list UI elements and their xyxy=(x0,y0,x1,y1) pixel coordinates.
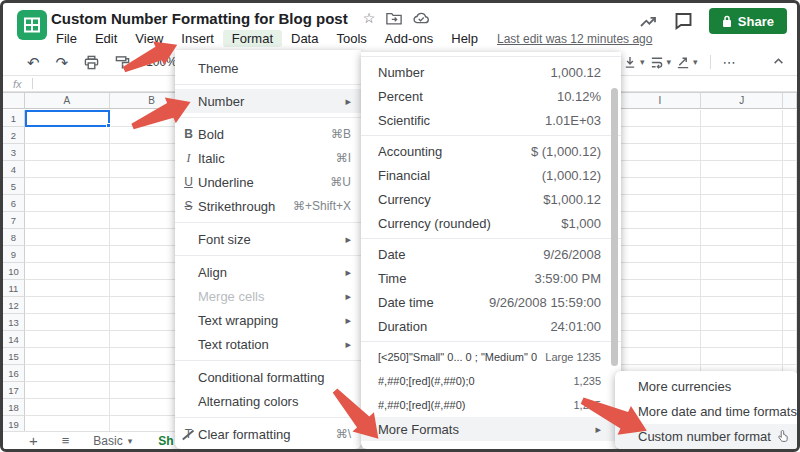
format-menu-item-merge-cells[interactable]: Merge cells▸ xyxy=(175,284,361,308)
format-menu-item-theme[interactable]: Theme xyxy=(175,56,361,80)
row-header-9[interactable]: 9 xyxy=(3,246,25,263)
number-menu-item-time[interactable]: Time3:59:00 PM xyxy=(361,266,621,290)
row-header-8[interactable]: 8 xyxy=(3,229,25,246)
cell[interactable] xyxy=(701,212,783,229)
collapse-toolbar-icon[interactable] xyxy=(772,55,785,67)
fill-handle[interactable] xyxy=(106,123,111,128)
menubar-item-file[interactable]: File xyxy=(47,30,86,47)
cell[interactable] xyxy=(619,161,701,178)
cell[interactable] xyxy=(701,331,783,348)
number-menu-item-currency[interactable]: Currency$1,000.12 xyxy=(361,187,621,211)
cell[interactable] xyxy=(783,348,797,365)
cell[interactable] xyxy=(25,314,110,331)
format-menu-item-strikethrough[interactable]: SStrikethrough⌘+Shift+X xyxy=(175,194,361,218)
cell[interactable] xyxy=(701,161,783,178)
cell[interactable] xyxy=(783,297,797,314)
row-header-7[interactable]: 7 xyxy=(3,212,25,229)
redo-icon[interactable]: ↷ xyxy=(56,55,69,70)
number-menu-item-scientific[interactable]: Scientific1.01E+03 xyxy=(361,108,621,132)
cell[interactable] xyxy=(25,195,110,212)
number-menu-item-more-formats[interactable]: More Formats▸ xyxy=(361,417,621,441)
move-folder-icon[interactable] xyxy=(386,12,402,25)
number-menu-item-accounting[interactable]: Accounting$ (1,000.12) xyxy=(361,139,621,163)
cell[interactable] xyxy=(25,348,110,365)
format-menu-item-number[interactable]: Number▸ xyxy=(175,89,361,113)
format-menu-item-align[interactable]: Align▸ xyxy=(175,260,361,284)
document-title[interactable]: Custom Number Formatting for Blog post xyxy=(51,10,348,27)
text-wrap-icon[interactable]: ▾ xyxy=(650,55,672,70)
cell[interactable] xyxy=(25,212,110,229)
cell[interactable] xyxy=(701,195,783,212)
cell[interactable] xyxy=(25,229,110,246)
cell[interactable] xyxy=(25,382,110,399)
row-header-10[interactable]: 10 xyxy=(3,263,25,280)
cell[interactable] xyxy=(25,280,110,297)
cell[interactable] xyxy=(783,229,797,246)
cell[interactable] xyxy=(619,297,701,314)
number-menu-item-percent[interactable]: Percent10.12% xyxy=(361,84,621,108)
format-menu-item-italic[interactable]: IItalic⌘I xyxy=(175,146,361,170)
menubar-item-edit[interactable]: Edit xyxy=(86,30,126,47)
cell[interactable] xyxy=(783,246,797,263)
cell[interactable] xyxy=(25,178,110,195)
cell[interactable] xyxy=(619,246,701,263)
number-menu-item-date-time[interactable]: Date time9/26/2008 15:59:00 xyxy=(361,290,621,314)
select-all-corner[interactable] xyxy=(3,93,25,108)
vertical-align-icon[interactable]: ▾ xyxy=(623,55,645,70)
row-header-5[interactable]: 5 xyxy=(3,178,25,195)
cell[interactable] xyxy=(619,144,701,161)
column-header-i[interactable]: I xyxy=(619,93,701,108)
sheet-tab-basic[interactable]: Basic▾ xyxy=(93,434,132,448)
more-formats-item-more-currencies[interactable]: More currencies xyxy=(615,374,798,399)
cell[interactable] xyxy=(619,263,701,280)
comment-icon[interactable] xyxy=(674,12,693,30)
cell[interactable] xyxy=(701,246,783,263)
cell[interactable] xyxy=(619,331,701,348)
row-header-19[interactable]: 19 xyxy=(3,416,25,431)
more-toolbar-icon[interactable]: ⋯ xyxy=(723,56,736,69)
cell[interactable] xyxy=(783,314,797,331)
cell[interactable] xyxy=(25,161,110,178)
cell[interactable] xyxy=(25,365,110,382)
row-header-17[interactable]: 17 xyxy=(3,382,25,399)
cell[interactable] xyxy=(25,246,110,263)
cell[interactable] xyxy=(783,110,797,127)
format-menu-item-text-wrapping[interactable]: Text wrapping▸ xyxy=(175,308,361,332)
cell[interactable] xyxy=(701,127,783,144)
row-header-2[interactable]: 2 xyxy=(3,127,25,144)
cell[interactable] xyxy=(783,127,797,144)
print-icon[interactable] xyxy=(84,55,99,70)
insights-icon[interactable] xyxy=(638,12,658,30)
row-header-6[interactable]: 6 xyxy=(3,195,25,212)
number-menu-item-250-small-0-0-medium-0[interactable]: [<250]"Small" 0... 0 ; "Medium" 0Large 1… xyxy=(361,345,621,369)
cell[interactable] xyxy=(25,297,110,314)
column-header-partial[interactable] xyxy=(783,93,797,108)
column-header-j[interactable]: J xyxy=(701,93,783,108)
cell[interactable] xyxy=(25,416,110,431)
number-menu-item-currency-rounded[interactable]: Currency (rounded)$1,000 xyxy=(361,211,621,235)
cell[interactable] xyxy=(25,263,110,280)
number-menu-item-0-red-0-0[interactable]: #,##0;[red](#,##0);01,235 xyxy=(361,369,621,393)
cell[interactable] xyxy=(701,110,783,127)
cell[interactable] xyxy=(701,280,783,297)
format-menu-item-bold[interactable]: BBold⌘B xyxy=(175,122,361,146)
cell[interactable] xyxy=(783,144,797,161)
cell[interactable] xyxy=(783,280,797,297)
cell[interactable] xyxy=(619,127,701,144)
cell[interactable] xyxy=(619,229,701,246)
number-menu-item-date[interactable]: Date9/26/2008 xyxy=(361,242,621,266)
row-header-11[interactable]: 11 xyxy=(3,280,25,297)
cell[interactable] xyxy=(701,178,783,195)
last-edit-link[interactable]: Last edit was 12 minutes ago xyxy=(497,32,652,46)
add-sheet-button[interactable]: + xyxy=(29,432,38,449)
selected-cell-a1[interactable] xyxy=(25,110,110,127)
cell[interactable] xyxy=(25,144,110,161)
menubar-item-add-ons[interactable]: Add-ons xyxy=(376,30,442,47)
sheet-tab-sh[interactable]: Sh xyxy=(158,434,173,448)
undo-icon[interactable]: ↶ xyxy=(27,55,40,70)
cell[interactable] xyxy=(619,280,701,297)
cell[interactable] xyxy=(783,331,797,348)
cell[interactable] xyxy=(701,297,783,314)
cell[interactable] xyxy=(701,229,783,246)
format-menu-item-clear-formatting[interactable]: TClear formatting⌘\ xyxy=(175,422,361,446)
